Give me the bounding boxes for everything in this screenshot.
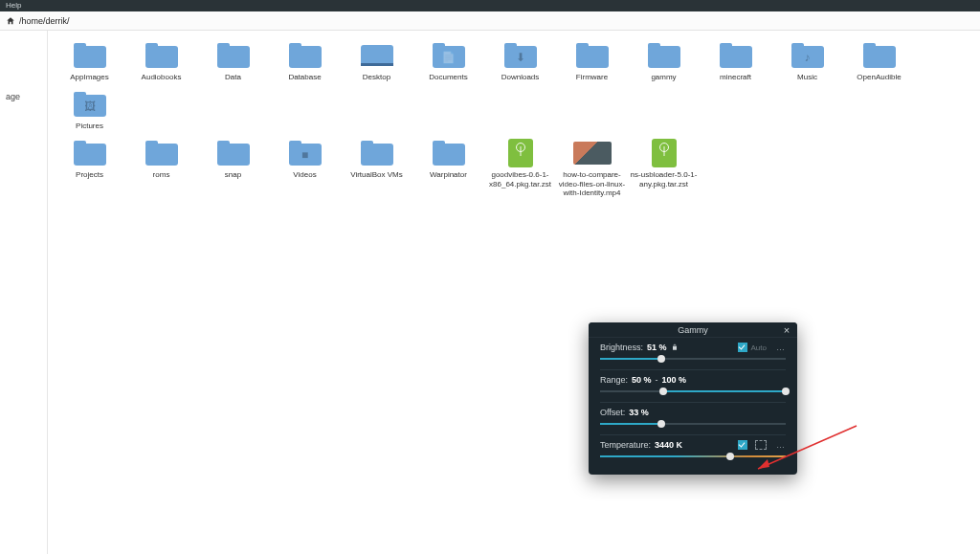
item-label: Audiobooks xyxy=(125,73,197,81)
folder-item[interactable]: ♪Music xyxy=(771,40,843,81)
file-item[interactable]: goodvibes-0.6-1-x86_64.pkg.tar.zst xyxy=(484,138,556,197)
location-bar[interactable]: /home/derrik/ xyxy=(0,11,980,31)
folder-item[interactable]: ⬇Downloads xyxy=(484,40,556,81)
gammy-title: Gammy xyxy=(678,325,708,335)
folder-item[interactable]: roms xyxy=(125,138,197,197)
folder-icon: 📄 xyxy=(433,43,465,68)
offset-row: Offset: 33 % xyxy=(589,403,797,429)
sidebar-item-label: age xyxy=(6,92,20,101)
item-label: VirtualBox VMs xyxy=(341,170,412,179)
folder-icon xyxy=(145,141,178,166)
file-item[interactable]: how-to-compare-video-files-on-linux-with… xyxy=(556,138,628,197)
folder-icon xyxy=(863,43,896,68)
close-icon[interactable]: × xyxy=(780,322,793,338)
folder-item[interactable]: Warpinator xyxy=(412,138,484,197)
brightness-menu-icon[interactable]: … xyxy=(776,343,786,352)
folder-icon: 🖼 xyxy=(74,92,106,117)
item-label: Database xyxy=(269,73,341,81)
file-grid[interactable]: AppImagesAudiobooksDataDatabaseDesktop📄D… xyxy=(48,31,980,554)
item-label: Projects xyxy=(54,170,125,179)
item-label: Downloads xyxy=(484,73,556,81)
folder-icon xyxy=(433,141,465,166)
brightness-slider[interactable] xyxy=(600,354,786,364)
folder-item[interactable]: AppImages xyxy=(54,40,125,81)
folder-item[interactable]: VirtualBox VMs xyxy=(341,138,412,197)
folder-icon xyxy=(74,43,106,68)
brightness-label: Brightness: xyxy=(600,343,643,352)
folder-icon: ♪ xyxy=(791,43,824,68)
folder-item[interactable]: Projects xyxy=(54,138,125,197)
gammy-titlebar[interactable]: Gammy × xyxy=(589,322,797,338)
folder-icon xyxy=(576,43,609,68)
brightness-auto-label: Auto xyxy=(751,343,767,352)
item-label: Data xyxy=(197,73,269,81)
range-lo: 50 % xyxy=(632,375,652,385)
item-label: AppImages xyxy=(54,73,125,81)
item-label: gammy xyxy=(628,73,700,81)
folder-item[interactable]: OpenAudible xyxy=(843,40,915,81)
range-row: Range: 50 % - 100 % xyxy=(589,370,797,396)
temperature-value: 3440 K xyxy=(655,440,682,450)
item-label: Videos xyxy=(269,170,341,179)
folder-item[interactable]: ■Videos xyxy=(269,138,341,197)
package-icon xyxy=(652,139,677,167)
range-hi: 100 % xyxy=(662,375,687,385)
offset-label: Offset: xyxy=(600,408,625,417)
item-label: Music xyxy=(771,73,843,81)
folder-icon: ⬇ xyxy=(504,43,537,68)
item-label: Documents xyxy=(412,73,484,81)
folder-icon xyxy=(145,43,178,68)
folder-icon xyxy=(217,141,250,166)
sidebar-item[interactable]: age xyxy=(0,88,47,105)
folder-icon xyxy=(361,141,393,166)
home-icon xyxy=(6,16,15,26)
temperature-menu-icon[interactable]: … xyxy=(776,440,786,450)
item-label: Warpinator xyxy=(412,170,484,179)
folder-icon xyxy=(289,43,322,68)
temperature-row: Temperature: 3440 K … xyxy=(589,435,797,461)
video-thumb-icon xyxy=(573,142,612,165)
folder-item[interactable]: Desktop xyxy=(341,40,412,81)
offset-slider[interactable] xyxy=(600,419,786,429)
folder-item[interactable]: 📄Documents xyxy=(412,40,484,81)
item-label: Pictures xyxy=(54,122,125,130)
folder-item[interactable]: gammy xyxy=(628,40,700,81)
temperature-label: Temperature: xyxy=(600,440,651,450)
folder-icon xyxy=(648,43,680,68)
item-label: how-to-compare-video-files-on-linux-with… xyxy=(556,170,628,197)
desktop-icon xyxy=(361,45,393,66)
item-label: Desktop xyxy=(341,73,412,81)
menu-help[interactable]: Help xyxy=(6,1,21,10)
temperature-focus-indicator xyxy=(755,440,767,450)
item-label: Firmware xyxy=(556,73,628,81)
folder-item[interactable]: Audiobooks xyxy=(125,40,197,81)
folder-item[interactable]: 🖼Pictures xyxy=(54,89,125,130)
file-item[interactable]: ns-usbloader-5.0-1-any.pkg.tar.zst xyxy=(628,138,700,197)
folder-item[interactable]: minecraft xyxy=(700,40,771,81)
folder-item[interactable]: Database xyxy=(269,40,341,81)
item-label: OpenAudible xyxy=(843,73,915,81)
lock-icon[interactable] xyxy=(671,343,679,352)
folder-item[interactable]: Data xyxy=(197,40,269,81)
folder-icon xyxy=(74,141,106,166)
folder-item[interactable]: Firmware xyxy=(556,40,628,81)
gammy-panel[interactable]: Gammy × Brightness: 51 % Auto … Range: 5… xyxy=(589,322,797,475)
folder-item[interactable]: snap xyxy=(197,138,269,197)
offset-value: 33 % xyxy=(629,408,649,417)
brightness-row: Brightness: 51 % Auto … xyxy=(589,338,797,364)
brightness-auto-checkbox[interactable] xyxy=(738,343,747,352)
sidebar: age xyxy=(0,31,48,554)
item-label: goodvibes-0.6-1-x86_64.pkg.tar.zst xyxy=(484,170,556,188)
menubar[interactable]: Help xyxy=(0,0,980,11)
location-path: /home/derrik/ xyxy=(19,16,70,26)
range-label: Range: xyxy=(600,375,628,385)
folder-icon xyxy=(720,43,752,68)
folder-icon xyxy=(217,43,250,68)
range-slider[interactable] xyxy=(600,387,786,396)
item-label: roms xyxy=(125,170,197,179)
temperature-slider[interactable] xyxy=(600,452,786,461)
temperature-auto-checkbox[interactable] xyxy=(738,440,747,450)
item-label: ns-usbloader-5.0-1-any.pkg.tar.zst xyxy=(628,170,700,188)
item-label: snap xyxy=(197,170,269,179)
package-icon xyxy=(508,139,533,167)
